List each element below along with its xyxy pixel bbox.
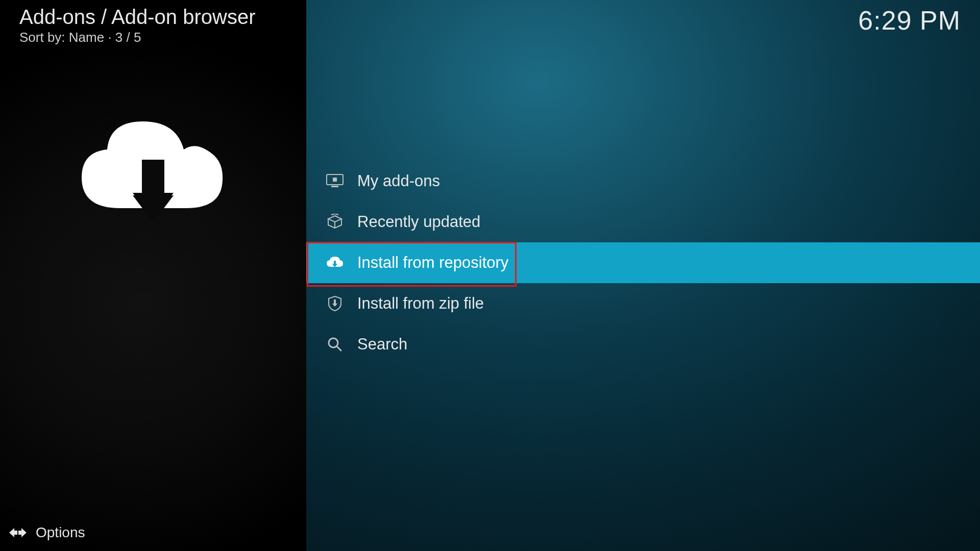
menu-item-label: Recently updated [357,213,480,231]
menu-list: My add-ons Recently updated Install [306,161,980,365]
cloud-download-hero-icon [77,111,230,239]
menu-item-label: Install from zip file [357,294,484,313]
menu-item-label: My add-ons [357,172,440,190]
sort-line: Sort by: Name · 3 / 5 [19,30,255,45]
svg-marker-12 [9,528,17,537]
menu-item-label: Install from repository [357,254,508,272]
header: Add-ons / Add-on browser Sort by: Name ·… [19,6,961,45]
clock: 6:29 PM [858,5,961,36]
svg-marker-13 [18,528,27,537]
svg-rect-6 [331,186,338,187]
sidebar [0,0,306,551]
menu-item-recently-updated[interactable]: Recently updated [306,202,980,242]
svg-marker-8 [328,216,341,222]
monitor-icon [321,174,349,188]
search-icon [321,337,349,352]
breadcrumb: Add-ons / Add-on browser [19,6,255,28]
open-box-icon [321,214,349,230]
menu-item-install-from-repository[interactable]: Install from repository [306,242,980,283]
screen: Add-ons / Add-on browser Sort by: Name ·… [0,0,980,551]
header-left: Add-ons / Add-on browser Sort by: Name ·… [19,6,255,45]
menu-item-my-addons[interactable]: My add-ons [306,161,980,202]
shield-download-icon [321,295,349,312]
footer: Options [9,524,85,541]
svg-line-11 [337,346,341,350]
svg-rect-7 [333,178,337,182]
menu-item-search[interactable]: Search [306,324,980,365]
options-icon[interactable] [9,525,27,540]
menu-item-install-from-zip[interactable]: Install from zip file [306,283,980,324]
menu-item-label: Search [357,335,407,354]
options-label[interactable]: Options [36,524,85,541]
cloud-download-small-icon [321,256,349,270]
